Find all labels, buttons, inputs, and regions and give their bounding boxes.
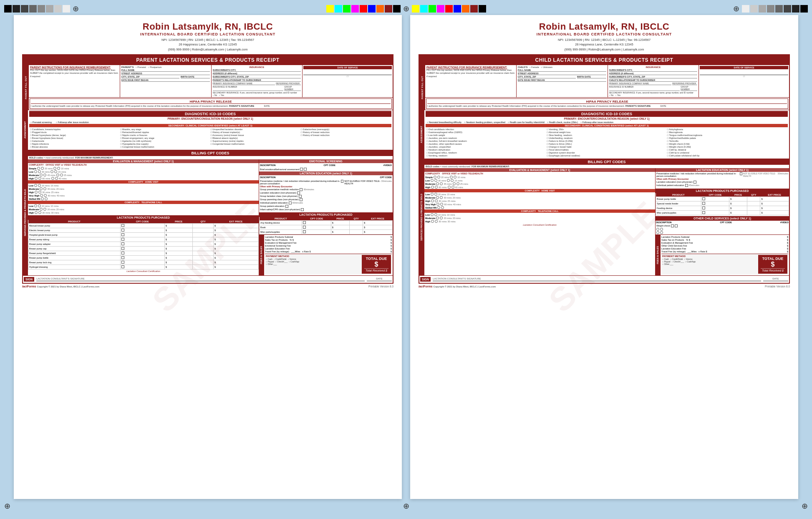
total-received-label-parent: Total Received bbox=[366, 269, 385, 272]
child-phone-label: COMPLEXITY TELEPHONE CALL bbox=[424, 209, 655, 213]
other-child-services-title: OTHER CHILD SERVICES (select ONLY 1) bbox=[656, 216, 789, 221]
billing-title: BILLING CPT CODES bbox=[28, 150, 393, 156]
instructions-title: PARENT INSTRUCTIONS FOR INSURANCE REIMBU… bbox=[30, 66, 119, 69]
icd-title: DIAGNOSTIC ICD-10 CODES bbox=[29, 111, 391, 117]
bottom-bar: ⊕ ⊕ ⊕ bbox=[4, 501, 808, 511]
emotional-desc-header: DESCRIPTIONCPT CODE#VIDEO bbox=[259, 163, 393, 167]
products-title-right: LACTATION PRODUCTS PURCHASED bbox=[259, 212, 393, 217]
total-due-label-child: TOTAL DUE bbox=[761, 257, 785, 261]
instructions-text: FILL OUT this top section, SIGN AND DATE… bbox=[30, 69, 119, 78]
hipaa-text: I authorize the undersigned health care … bbox=[31, 105, 391, 108]
child-totals-area: FEES & SALES Lactation Products Subtotal… bbox=[656, 234, 789, 275]
parent-fillout-strip: PARENT FILL OUT bbox=[23, 65, 29, 110]
child-assessment-section: ASSESSMENT DIAGNOSTIC ICD-10 CODES PRIMA… bbox=[419, 110, 789, 159]
sign-badge-child: SIGN bbox=[420, 277, 431, 282]
lact-edu-title: LACTATION EDUCATION (select ONLY 1) bbox=[259, 171, 393, 175]
child-home-label: COMPLEXITY HOME VISIT bbox=[424, 189, 655, 192]
child-icd-title: DIAGNOSTIC ICD-10 CODES bbox=[426, 111, 788, 117]
copyright-parent: Copyright © 2021 by Diana West, IBCLC | … bbox=[37, 285, 99, 288]
provider-credential-child: INTERNATIONAL BOARD CERTIFIED LACTATION … bbox=[537, 32, 672, 36]
icd-conditions-grid: □ Candidiasis, breasts/nipples □ Mastiti… bbox=[29, 127, 391, 149]
signature-section-child: SIGN LACTATION CONSULTANT'S SIGNATURE DA… bbox=[419, 275, 789, 283]
child-hipaa-text: I authorize the undersigned health care … bbox=[427, 105, 787, 108]
date-service-label: DATE OF SERVICE bbox=[303, 66, 392, 69]
products-table-left: PRODUCTCPT CODEPRICEQTYEXT PRICE Manual … bbox=[28, 220, 259, 270]
totals-area: FEES & SALES Lactation Products Subtotal… bbox=[259, 234, 393, 275]
child-often-primary: Often with Primary Encounter bbox=[656, 178, 788, 180]
billing-note: BOLD codes = most commonly reimbursed FO… bbox=[28, 156, 393, 159]
child-office-label: COMPLEXITY OFFICE VISIT or VIDEO TELEHEA… bbox=[424, 172, 655, 175]
parent-form: PARENT LACTATION SERVICES & PRODUCTS REC… bbox=[22, 54, 393, 284]
version-child: Printable Version 8.0 bbox=[765, 285, 790, 288]
breast-pump-bottle-left: Breast pump bottle bbox=[28, 256, 121, 260]
products-table-right: PRODUCTCPT CODEPRICEQTYEXT PRICE Any fee… bbox=[259, 217, 393, 234]
other-child-items: Weight check bbox=[656, 224, 789, 234]
assessment-section: ASSESSMENT DIAGNOSTIC ICD-10 CODES PRIMA… bbox=[23, 110, 393, 150]
billing-section: SERVICES PROVIDED & PRODUCTS SOLD BILLIN… bbox=[23, 150, 393, 275]
home-visit-rows: Low 20 mins 15 mins Moderate 30 mins 20 … bbox=[28, 184, 259, 201]
sign-badge-parent: SIGN bbox=[24, 277, 34, 282]
sales-strip-child: FEES & SALES bbox=[656, 235, 661, 275]
color-bar-center-right bbox=[412, 5, 486, 13]
provider-header-parent: Robin Latsamylk, RN, IBCLC INTERNATIONAL… bbox=[140, 21, 275, 52]
child-icd-primary-options: ○ Neonatal breastfeeding difficulty ○ Ne… bbox=[426, 121, 788, 124]
child-icd-conditions-grid: □ Oral candidiasis infection □ Vomiting,… bbox=[426, 127, 788, 158]
child-billing-section: SERVICES PROVIDED & PRODUCTS SOLD BILLIN… bbox=[419, 159, 789, 275]
sig-line-parent: LACTATION CONSULTANT'S SIGNATURE bbox=[36, 277, 365, 281]
bw-bar-right bbox=[742, 5, 808, 13]
icd-primary-label: PRIMARY: ENCOUNTER/CONSULTATION REASON (… bbox=[29, 117, 391, 121]
top-bar: ⊕ ⊕ ⊕ bbox=[4, 4, 808, 13]
provider-npi-line-child: NPI: 1234567899 | RN: 12345 | IBCLC: L-1… bbox=[537, 38, 672, 42]
total-due-box-child: TOTAL DUE $ Total Received $ bbox=[758, 255, 787, 274]
copyright-child: Copyright © 2021 by Diana West, IBCLC | … bbox=[433, 285, 496, 288]
child-instructions-text: FILL OUT this top section, SIGN AND DATE… bbox=[426, 69, 515, 78]
provider-address: 26 Happiness Lane, Centerville KS 12345 bbox=[140, 42, 275, 47]
phone-call-label: COMPLEXITY TELEPHONE CALL bbox=[28, 201, 259, 204]
pages-container: SAMPLE Robin Latsamylk, RN, IBCLC INTERN… bbox=[4, 15, 808, 499]
child-date-service-label: DATE OF SERVICE bbox=[700, 66, 788, 69]
bw-bar-left bbox=[4, 5, 70, 13]
footer-parent: lactForms Copyright © 2021 by Diana West… bbox=[22, 285, 393, 288]
child-instructions-title: PARENT INSTRUCTIONS FOR INSURANCE REIMBU… bbox=[426, 66, 515, 69]
child-individual-edu: Individual patient education bbox=[656, 184, 684, 187]
child-icd-secondary-label: SECONDARY: CLINICAL CONDITIONS IDENTIFIE… bbox=[426, 124, 788, 127]
child-phone-rows: Low 10 mins 10 mins Moderate 20 mins 20 … bbox=[424, 213, 655, 223]
child-billing-note: BOLD codes = most commonly reimbursed FO… bbox=[424, 165, 789, 168]
child-lact-edu-items: Preventative medicine / risk reduction i… bbox=[656, 172, 789, 188]
assessment-strip: ASSESSMENT bbox=[23, 110, 28, 150]
icd-secondary-label: SECONDARY: CLINICAL CONDITIONS IDENTIFIE… bbox=[29, 124, 391, 127]
child-hipaa-section: HIPAA PRIVACY RELEASE I authorize the un… bbox=[426, 98, 788, 109]
total-due-box-parent: TOTAL DUE $ Total Received $ bbox=[362, 255, 391, 274]
version-parent: Printable Version 8.0 bbox=[368, 285, 393, 288]
total-due-label-parent: TOTAL DUE bbox=[364, 257, 388, 261]
sales-strip-parent: FEES & SALES bbox=[259, 235, 264, 275]
date-line-child: DATE bbox=[763, 277, 788, 281]
footer-child: lactForms Copyright © 2021 by Diana West… bbox=[419, 285, 790, 288]
provider-name: Robin Latsamylk, RN, IBCLC bbox=[140, 21, 275, 32]
cert-label-left: Lactation Consultant Certification bbox=[28, 270, 259, 273]
parent-form-title: PARENT LACTATION SERVICES & PRODUCTS REC… bbox=[23, 55, 393, 65]
products-title-left: LACTATION PRODUCTS PURCHASED bbox=[28, 215, 259, 220]
icd-primary-options: ○ Prenatal screening ○ Followup after is… bbox=[29, 121, 391, 124]
signature-section-parent: SIGN LACTATION CONSULTANT'S SIGNATURE DA… bbox=[23, 275, 393, 283]
provider-npi-line: NPI: 1234567899 | RN: 12345 | IBCLC: L-1… bbox=[140, 38, 275, 42]
emotional-title: EMOTIONAL SCREENING bbox=[259, 159, 393, 163]
hipaa-title: HIPAA PRIVACY RELEASE bbox=[31, 100, 391, 104]
child-products-table: PRODUCTCPT CODEPRICEQTYEXT PRICE Breast … bbox=[656, 193, 789, 215]
home-visit-label: COMPLEXITY HOME VISIT bbox=[28, 180, 259, 184]
services-strip: SERVICES PROVIDED & PRODUCTS SOLD bbox=[23, 150, 28, 275]
lact-edu-items: Preventative medicine / risk reduction i… bbox=[259, 179, 393, 212]
often-with-primary: Often with Primary Encounter bbox=[260, 185, 392, 188]
individual-patient-edu: Individual patient education bbox=[260, 202, 288, 204]
child-special-needs-feeder: Special needs feeder bbox=[656, 202, 701, 206]
office-visit-label: COMPLEXITY OFFICE VISIT or VIDEO TELEHEA… bbox=[28, 163, 259, 166]
child-form: CHILD LACTATION SERVICES & PRODUCTS RECE… bbox=[419, 54, 790, 284]
child-fillout-strip: PARENT FILL OUT bbox=[419, 65, 425, 110]
provider-name-child: Robin Latsamylk, RN, IBCLC bbox=[537, 21, 672, 32]
child-icd-primary-label: PRIMARY: ENCOUNTER/CONSULTATION REASON (… bbox=[426, 117, 788, 121]
child-billing-title: BILLING CPT CODES bbox=[424, 159, 789, 165]
child-form-title: CHILD LACTATION SERVICES & PRODUCTS RECE… bbox=[419, 55, 789, 65]
provider-address-child: 26 Happiness Lane, Centerville KS 12345 bbox=[537, 42, 672, 47]
child-products-title: LACTATION PRODUCTS PURCHASED bbox=[656, 189, 789, 193]
provider-contact: (999) 999-9999 | Robin@Latsamylk.com | L… bbox=[140, 47, 275, 52]
